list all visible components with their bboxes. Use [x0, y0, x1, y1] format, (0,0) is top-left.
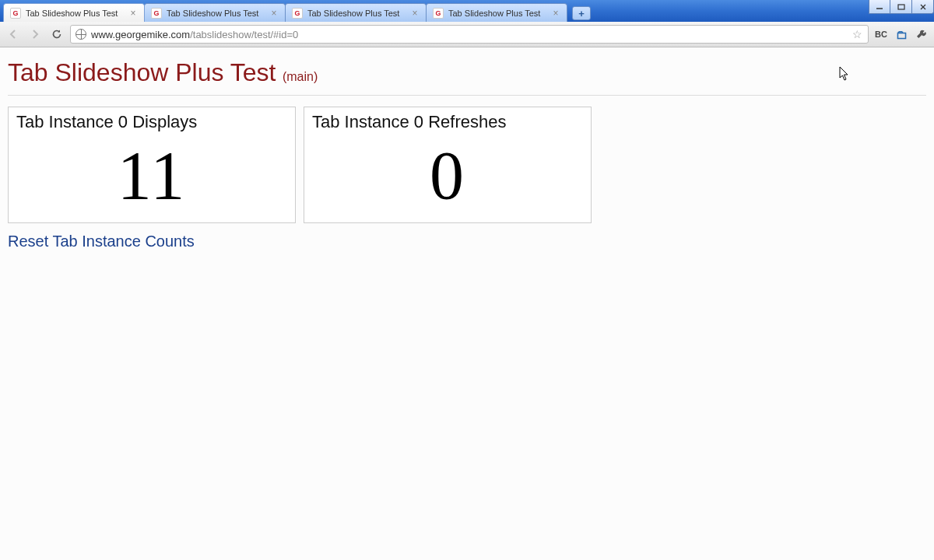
- tab-title: Tab Slideshow Plus Test: [448, 9, 546, 18]
- browser-toolbar: www.georgemike.com/tabslideshow/test/#id…: [0, 22, 934, 47]
- svg-rect-1: [898, 5, 904, 9]
- browser-tab-1[interactable]: G Tab Slideshow Plus Test ×: [144, 3, 286, 22]
- displays-value: 11: [16, 135, 287, 213]
- browser-titlebar: G Tab Slideshow Plus Test × G Tab Slides…: [0, 0, 934, 22]
- close-button[interactable]: [912, 0, 934, 14]
- url-path: /tabslideshow/test/#id=0: [190, 29, 298, 40]
- tab-close-icon[interactable]: ×: [128, 9, 138, 18]
- tab-close-icon[interactable]: ×: [551, 9, 560, 18]
- tab-title: Tab Slideshow Plus Test: [26, 9, 124, 18]
- tab-title: Tab Slideshow Plus Test: [167, 9, 265, 18]
- favicon-icon: G: [151, 8, 162, 19]
- tab-strip: G Tab Slideshow Plus Test × G Tab Slides…: [3, 2, 591, 22]
- browser-tab-2[interactable]: G Tab Slideshow Plus Test ×: [285, 3, 427, 22]
- page-subtitle: (main): [283, 70, 318, 83]
- maximize-button[interactable]: [890, 0, 912, 14]
- extension-bc-icon[interactable]: BC: [873, 26, 889, 42]
- tab-close-icon[interactable]: ×: [410, 9, 420, 18]
- bookmark-star-icon[interactable]: ☆: [851, 28, 863, 40]
- globe-icon: [75, 29, 86, 40]
- page-title: Tab Slideshow Plus Test: [8, 58, 276, 86]
- reset-link[interactable]: Reset Tab Instance Counts: [8, 233, 926, 250]
- stat-boxes: Tab Instance 0 Displays 11 Tab Instance …: [8, 107, 926, 223]
- forward-button[interactable]: [26, 26, 44, 43]
- displays-box: Tab Instance 0 Displays 11: [8, 107, 296, 223]
- back-button[interactable]: [5, 26, 22, 43]
- reload-button[interactable]: [48, 26, 65, 43]
- favicon-icon: G: [292, 8, 303, 19]
- browser-tab-0[interactable]: G Tab Slideshow Plus Test ×: [3, 3, 145, 22]
- favicon-icon: G: [10, 8, 21, 19]
- url-host: www.georgemike.com: [91, 29, 190, 40]
- refreshes-box: Tab Instance 0 Refreshes 0: [304, 107, 592, 223]
- favicon-icon: G: [433, 8, 444, 19]
- cursor-icon: [839, 66, 850, 82]
- url-text: www.georgemike.com/tabslideshow/test/#id…: [91, 29, 846, 40]
- address-bar[interactable]: www.georgemike.com/tabslideshow/test/#id…: [70, 25, 869, 44]
- refreshes-label: Tab Instance 0 Refreshes: [312, 112, 583, 132]
- tab-title: Tab Slideshow Plus Test: [307, 9, 406, 18]
- new-tab-button[interactable]: +: [572, 6, 591, 20]
- tab-close-icon[interactable]: ×: [269, 9, 279, 18]
- window-controls: [869, 0, 934, 16]
- displays-label: Tab Instance 0 Displays: [16, 112, 287, 132]
- divider: [8, 95, 926, 96]
- extension-wrench-icon[interactable]: [914, 26, 929, 42]
- minimize-button[interactable]: [869, 0, 890, 14]
- extension-folder-icon[interactable]: 🗀: [894, 26, 909, 42]
- page-content: Tab Slideshow Plus Test (main) Tab Insta…: [0, 47, 934, 560]
- refreshes-value: 0: [312, 135, 583, 213]
- browser-tab-3[interactable]: G Tab Slideshow Plus Test ×: [426, 3, 567, 22]
